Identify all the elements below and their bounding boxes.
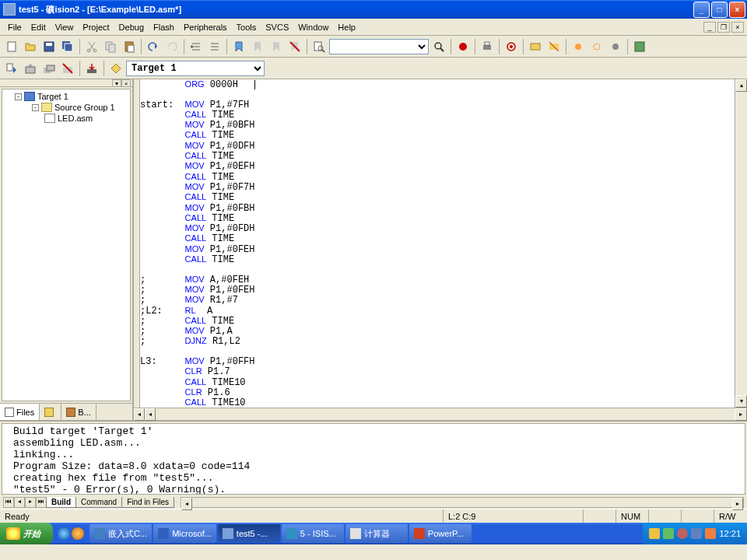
editor-vscroll[interactable]: ▴ ▾: [735, 79, 747, 408]
find-button[interactable]: [430, 38, 447, 55]
open-file-button[interactable]: [22, 38, 39, 55]
tree-collapse-icon[interactable]: -: [32, 104, 39, 111]
task-button[interactable]: 计算器: [345, 524, 408, 543]
proj-tab-regs[interactable]: [40, 404, 61, 420]
menu-peripherals[interactable]: Peripherals: [179, 21, 232, 33]
tree-group[interactable]: - Source Group 1: [4, 102, 128, 113]
tray-icon[interactable]: [677, 528, 688, 539]
save-button[interactable]: [40, 38, 58, 55]
clear-bookmark-button[interactable]: [286, 38, 303, 55]
systray[interactable]: 12:21: [643, 523, 747, 544]
bookmark-button[interactable]: [230, 38, 247, 55]
save-all-button[interactable]: [59, 38, 76, 55]
tree-target[interactable]: - Target 1: [4, 91, 128, 102]
out-nav-first[interactable]: ⏮: [3, 497, 14, 508]
editor-text[interactable]: ORG 0000H start: MOV P1,#7FH CALL TIME M…: [140, 79, 735, 408]
rebuild-button[interactable]: [40, 60, 58, 77]
find-in-files-button[interactable]: [310, 38, 328, 55]
quick-launch-icon[interactable]: [72, 527, 84, 540]
stop-build-button[interactable]: [59, 60, 76, 77]
menu-tools[interactable]: Tools: [232, 21, 261, 33]
enable-breakpoint-button[interactable]: [570, 38, 587, 55]
mdi-restore-button[interactable]: ❐: [717, 22, 730, 33]
find-combo[interactable]: [329, 39, 429, 54]
mdi-close-button[interactable]: ×: [731, 22, 744, 33]
project-tree[interactable]: - Target 1 - Source Group 1 LED.asm: [2, 89, 131, 401]
file-icon: [44, 114, 55, 123]
task-button[interactable]: 嵌入式C...: [89, 524, 152, 543]
out-tab-command[interactable]: Command: [75, 497, 122, 508]
scroll-right-button[interactable]: ▸: [735, 408, 747, 421]
out-tab-find[interactable]: Find in Files: [121, 497, 174, 508]
out-scroll-left[interactable]: ◂: [181, 498, 192, 510]
menu-svcs[interactable]: SVCS: [261, 21, 293, 33]
out-scroll-right[interactable]: ▸: [732, 498, 743, 510]
kill-breakpoint-button[interactable]: [545, 38, 563, 55]
menu-help[interactable]: Help: [333, 21, 360, 33]
scroll-left-button[interactable]: ◂: [134, 408, 145, 421]
redo-button[interactable]: [163, 38, 181, 55]
new-file-button[interactable]: [3, 38, 20, 55]
output-hscroll[interactable]: ◂ ▸: [181, 497, 744, 508]
menu-view[interactable]: View: [51, 21, 79, 33]
build-button[interactable]: [22, 60, 39, 77]
undo-button[interactable]: [145, 38, 162, 55]
menu-flash[interactable]: Flash: [149, 21, 179, 33]
tray-icon[interactable]: [663, 528, 674, 539]
tree-file[interactable]: LED.asm: [4, 113, 128, 124]
translate-button[interactable]: [3, 60, 20, 77]
minimize-button[interactable]: _: [693, 2, 710, 18]
proj-tab-files[interactable]: Files: [0, 404, 40, 420]
target-select[interactable]: Target 1: [126, 61, 265, 76]
hscroll-track[interactable]: [156, 408, 735, 420]
proj-tab-books[interactable]: B...: [61, 404, 96, 420]
task-button-active[interactable]: test5 -...: [218, 524, 280, 543]
print-button[interactable]: [479, 38, 496, 55]
cut-button[interactable]: [83, 38, 100, 55]
menu-file[interactable]: File: [3, 21, 26, 33]
download-button[interactable]: [83, 60, 100, 77]
task-button[interactable]: Microsof...: [153, 524, 216, 543]
clock[interactable]: 12:21: [719, 529, 741, 538]
out-nav-prev[interactable]: ◂: [14, 497, 25, 508]
paste-button[interactable]: [121, 38, 138, 55]
menu-project[interactable]: Project: [78, 21, 114, 33]
panel-pin-button[interactable]: ▾: [112, 79, 121, 87]
panel-close-button[interactable]: ×: [121, 79, 131, 87]
mdi-minimize-button[interactable]: _: [703, 22, 716, 33]
scroll-down-button[interactable]: ▾: [735, 395, 747, 408]
menu-debug[interactable]: Debug: [114, 21, 149, 33]
breakpoint-button[interactable]: [527, 38, 544, 55]
out-nav-last[interactable]: ⏭: [36, 497, 47, 508]
tray-icon[interactable]: [705, 528, 716, 539]
tray-icon[interactable]: [649, 528, 660, 539]
task-button[interactable]: 5 - ISIS...: [282, 524, 344, 543]
editor-hscroll[interactable]: ◂ ◂ ▸: [134, 408, 747, 420]
scroll-track[interactable]: [735, 92, 747, 395]
debug-session-button[interactable]: [503, 38, 520, 55]
close-button[interactable]: ×: [729, 2, 745, 18]
tray-icon[interactable]: [691, 528, 702, 539]
remove-breakpoint-button[interactable]: [607, 38, 624, 55]
next-bookmark-button[interactable]: [268, 38, 285, 55]
out-nav-next[interactable]: ▸: [25, 497, 36, 508]
target-options-button[interactable]: [107, 60, 124, 77]
indent-button[interactable]: [188, 38, 205, 55]
scroll-left2-button[interactable]: ◂: [145, 408, 156, 421]
maximize-button[interactable]: □: [711, 2, 728, 18]
options-button[interactable]: [631, 38, 648, 55]
task-button[interactable]: PowerP...: [409, 524, 472, 543]
quick-launch-icon[interactable]: [58, 527, 70, 540]
scroll-up-button[interactable]: ▴: [735, 79, 747, 92]
debug-button[interactable]: [454, 38, 472, 55]
output-text[interactable]: Build target 'Target 1' assembling LED.a…: [2, 423, 745, 495]
tree-collapse-icon[interactable]: -: [15, 93, 22, 100]
start-button[interactable]: 开始: [0, 523, 53, 544]
out-tab-build[interactable]: Build: [46, 497, 76, 508]
disable-breakpoint-button[interactable]: [588, 38, 605, 55]
prev-bookmark-button[interactable]: [249, 38, 266, 55]
unindent-button[interactable]: [206, 38, 223, 55]
menu-edit[interactable]: Edit: [26, 21, 51, 33]
copy-button[interactable]: [102, 38, 119, 55]
menu-window[interactable]: Window: [293, 21, 333, 33]
